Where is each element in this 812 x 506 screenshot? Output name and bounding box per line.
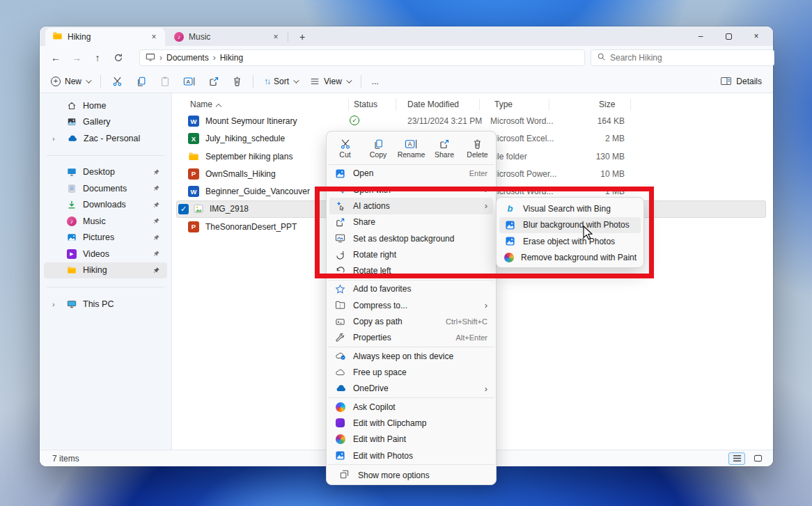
sidebar-label: Zac - Personal xyxy=(84,134,140,143)
scissors-icon xyxy=(339,139,352,150)
powerpoint-file-icon: P xyxy=(188,168,199,180)
copy-path-icon xyxy=(334,317,346,327)
chevron-right-icon[interactable]: › xyxy=(52,134,55,143)
rename-quick-button[interactable]: A Rename xyxy=(397,139,426,159)
submenu-item-blur-background-photos[interactable]: Blur background with Photos xyxy=(499,217,641,234)
details-view-toggle[interactable] xyxy=(728,452,745,465)
menu-item-set-desktop-background[interactable]: Set as desktop background xyxy=(329,230,493,246)
search-icon xyxy=(597,52,606,64)
checkbox-checked-icon[interactable]: ✓ xyxy=(178,204,189,214)
menu-divider xyxy=(328,464,494,465)
compress-icon xyxy=(334,300,346,310)
minimize-button[interactable]: – xyxy=(687,26,715,46)
menu-item-free-up-space[interactable]: Free up space xyxy=(329,364,493,380)
column-header-name[interactable]: Name xyxy=(190,100,222,109)
cut-quick-button[interactable]: Cut xyxy=(331,139,360,159)
cut-button[interactable] xyxy=(106,72,129,90)
copy-button[interactable] xyxy=(130,72,153,90)
column-divider[interactable] xyxy=(348,99,349,111)
delete-button[interactable] xyxy=(226,72,248,90)
sidebar-label: Gallery xyxy=(83,117,111,127)
back-button[interactable]: ← xyxy=(45,49,66,67)
sidebar-item-videos[interactable]: ▶ Videos xyxy=(44,246,167,262)
search-box[interactable] xyxy=(591,49,774,66)
menu-item-edit-with-paint[interactable]: Edit with Paint xyxy=(329,432,493,448)
menu-item-open[interactable]: Open Enter xyxy=(329,166,493,182)
pin-icon xyxy=(153,168,160,176)
close-button[interactable]: × xyxy=(742,26,770,46)
sidebar-item-documents[interactable]: Documents xyxy=(44,180,167,197)
column-header-size[interactable]: Size xyxy=(599,100,615,109)
file-row[interactable]: W Mount Seymour Itinerary ✓ 23/11/2024 3… xyxy=(172,113,773,130)
column-divider[interactable] xyxy=(479,99,480,111)
menu-item-ai-actions[interactable]: AI actions › xyxy=(329,198,493,214)
delete-quick-button[interactable]: Delete xyxy=(463,139,492,159)
submenu-item-visual-search-bing[interactable]: b Visual Search with Bing xyxy=(499,200,641,217)
breadcrumb-documents[interactable]: Documents xyxy=(166,53,209,63)
menu-item-ask-copilot[interactable]: Ask Copilot xyxy=(329,399,493,415)
sidebar-item-gallery[interactable]: Gallery xyxy=(44,114,167,131)
menu-item-rotate-left[interactable]: Rotate left xyxy=(329,263,493,279)
breadcrumb-hiking[interactable]: Hiking xyxy=(220,53,243,63)
large-icons-view-toggle[interactable] xyxy=(749,452,766,465)
menu-item-compress-to[interactable]: Compress to... › xyxy=(329,297,493,313)
item-count: 7 items xyxy=(52,454,79,464)
pin-icon xyxy=(153,234,160,242)
tab-close-icon[interactable]: × xyxy=(148,31,159,42)
sidebar-item-downloads[interactable]: Downloads xyxy=(44,197,167,214)
chevron-right-icon[interactable]: › xyxy=(52,300,55,308)
view-button[interactable]: View xyxy=(304,72,356,90)
file-name: IMG_2918 xyxy=(210,204,249,214)
share-button[interactable] xyxy=(203,72,225,90)
column-divider[interactable] xyxy=(396,99,396,111)
sort-button[interactable]: ↑↓ Sort xyxy=(258,72,303,90)
sidebar-item-hiking[interactable]: Hiking xyxy=(44,262,167,279)
sidebar-item-desktop[interactable]: Desktop xyxy=(44,164,167,181)
menu-item-edit-with-photos[interactable]: Edit with Photos xyxy=(329,448,493,464)
new-tab-button[interactable]: + xyxy=(295,30,310,44)
tab-hiking[interactable]: Hiking × xyxy=(45,28,165,46)
share-quick-button[interactable]: Share xyxy=(430,139,459,159)
menu-item-share[interactable]: Share xyxy=(329,214,493,230)
menu-item-onedrive[interactable]: OneDrive › xyxy=(329,381,493,397)
menu-item-copy-as-path[interactable]: Copy as path Ctrl+Shift+C xyxy=(329,313,493,329)
submenu-item-remove-background-paint[interactable]: Remove background with Paint xyxy=(499,250,641,267)
menu-item-edit-with-clipchamp[interactable]: Edit with Clipchamp xyxy=(329,415,493,431)
search-input[interactable] xyxy=(610,53,768,63)
paste-button[interactable] xyxy=(154,72,176,90)
more-options-button[interactable]: ... xyxy=(366,72,384,90)
sidebar-item-pictures[interactable]: Pictures xyxy=(44,230,167,246)
sidebar-item-onedrive-personal[interactable]: › Zac - Personal xyxy=(44,130,167,147)
menu-divider xyxy=(328,164,494,165)
paste-icon xyxy=(159,76,171,87)
menu-item-always-keep-on-device[interactable]: Always keep on this device xyxy=(329,348,493,364)
column-divider[interactable] xyxy=(549,99,549,111)
copy-quick-button[interactable]: Copy xyxy=(364,139,393,159)
column-header-status[interactable]: Status xyxy=(354,100,377,109)
details-pane-button[interactable]: Details xyxy=(715,72,767,90)
maximize-button[interactable] xyxy=(715,26,742,46)
submenu-item-erase-object-photos[interactable]: Erase object with Photos xyxy=(499,233,641,250)
column-header-type[interactable]: Type xyxy=(494,100,513,109)
breadcrumb[interactable]: › Documents › Hiking xyxy=(139,49,585,66)
sidebar-item-music[interactable]: ♪ Music xyxy=(44,213,167,230)
sidebar-item-home[interactable]: Home xyxy=(44,97,167,114)
tab-close-icon[interactable]: × xyxy=(270,31,281,42)
menu-item-rotate-right[interactable]: Rotate right xyxy=(329,246,493,262)
title-bar[interactable]: Hiking × ♪ Music × + – × xyxy=(40,26,773,46)
powerpoint-file-icon: P xyxy=(188,221,199,232)
new-button[interactable]: + New xyxy=(45,72,95,90)
sidebar-item-this-pc[interactable]: › This PC xyxy=(44,296,167,313)
column-divider[interactable] xyxy=(630,99,631,111)
tab-music[interactable]: ♪ Music × xyxy=(167,28,287,46)
rename-button[interactable]: A xyxy=(178,72,201,90)
toolbar-divider xyxy=(253,75,253,88)
menu-item-open-with[interactable]: Open with › xyxy=(329,182,493,198)
forward-button[interactable]: → xyxy=(66,49,87,67)
refresh-button[interactable] xyxy=(108,49,129,67)
column-header-date[interactable]: Date Modified xyxy=(407,100,459,109)
menu-item-add-to-favorites[interactable]: Add to favorites xyxy=(329,281,493,297)
up-button[interactable]: ↑ xyxy=(87,49,108,67)
menu-item-show-more-options[interactable]: Show more options xyxy=(327,466,496,484)
menu-item-properties[interactable]: Properties Alt+Enter xyxy=(329,330,493,346)
